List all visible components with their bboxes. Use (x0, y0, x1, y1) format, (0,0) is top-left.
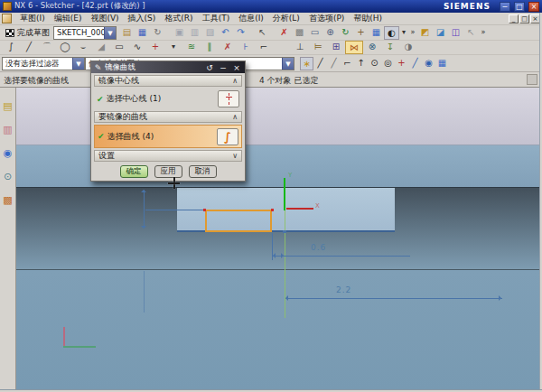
dialog-reset-icon[interactable]: ↺ (204, 62, 215, 73)
curve-select-button[interactable]: ∫ (217, 128, 238, 145)
toolbar1-overflow-chevron[interactable]: » (408, 26, 417, 40)
section-mirror-centerline[interactable]: 镜像中心线 ∧ (94, 75, 242, 87)
scope-combo-arrow-icon[interactable]: ▼ (282, 58, 294, 70)
update-model-icon[interactable]: ↻ (150, 26, 165, 40)
menu-sketch[interactable]: 草图(I) (15, 13, 50, 24)
dimension-value-large[interactable]: 2.2 (336, 285, 351, 294)
pan-icon[interactable]: + (353, 26, 369, 40)
quick-extend-icon[interactable]: ⊦ (237, 41, 255, 54)
project-curve-icon[interactable]: ↧ (381, 41, 399, 54)
auto-constrain-icon[interactable]: ⊨ (309, 41, 327, 54)
close-button[interactable]: × (528, 2, 539, 12)
menu-insert[interactable]: 插入(S) (124, 13, 161, 24)
circle-icon[interactable]: ◯ (56, 41, 74, 54)
dialog-dock-icon[interactable] (527, 74, 537, 85)
zoom-icon[interactable]: ⊕ (322, 26, 338, 40)
finish-sketch-button[interactable]: 完成草图 (2, 26, 53, 40)
chevron-down-icon[interactable]: ∨ (232, 152, 238, 160)
pattern-curve-icon[interactable]: ∥ (201, 41, 219, 54)
menu-tools[interactable]: 工具(T) (198, 13, 235, 24)
dialog-minimize-icon[interactable]: − (218, 62, 229, 73)
save-icon[interactable]: ▣ (172, 26, 187, 40)
toolbar1-overflow-chevron-2[interactable]: » (479, 26, 488, 40)
history-icon[interactable]: ⊙ (1, 171, 14, 183)
undo-icon[interactable]: ↶ (218, 26, 233, 40)
fillet-icon[interactable]: ⌣ (74, 41, 92, 54)
offset-curve-icon[interactable]: ≋ (182, 41, 201, 54)
chamfer-icon[interactable]: ◢ (92, 41, 110, 54)
select-curve-row[interactable]: ✔ 选择曲线 (4) ∫ (94, 125, 242, 148)
mdi-minimize-button[interactable]: _ (509, 14, 519, 23)
dimension-line-left-vertical[interactable] (144, 190, 145, 229)
show-constraints-icon[interactable]: ⊞ (327, 41, 345, 54)
rotate-view-icon[interactable]: ↻ (338, 26, 353, 40)
animate-dimension-icon[interactable]: ◑ (399, 41, 417, 54)
ok-button[interactable]: 确定 (120, 165, 148, 178)
orient-view-dropdown-icon[interactable]: ◐ (384, 26, 399, 40)
menu-format[interactable]: 格式(R) (160, 13, 197, 24)
point-icon[interactable]: + (146, 41, 164, 54)
paste-icon[interactable]: ▨ (202, 26, 218, 40)
selected-rectangle-curve[interactable] (205, 210, 272, 232)
sketch-name-icon[interactable]: ▤ (119, 26, 135, 40)
selection-filter-combo[interactable]: 没有选择过滤器 ▼ (2, 57, 85, 70)
refresh-icon[interactable]: ✗ (276, 26, 292, 40)
line-icon[interactable]: ╱ (20, 41, 38, 54)
apply-button[interactable]: 应用 (154, 165, 182, 178)
intersection-icon[interactable]: ↑ (354, 57, 368, 70)
studio-spline-icon[interactable]: ∿ (128, 41, 146, 54)
shaded-view-icon[interactable]: ▦ (369, 26, 384, 40)
quadrant-point-icon[interactable]: ◎ (381, 57, 395, 70)
copy-icon[interactable]: ▥ (187, 26, 202, 40)
sketch-name-combo[interactable]: SKETCH_000 ▼ (53, 26, 117, 40)
snap-view-side-icon[interactable]: ◫ (448, 26, 463, 40)
dialog-title-bar[interactable]: ✎ 镜像曲线 ↺ − × (91, 61, 245, 73)
dimension-line-small[interactable] (273, 256, 410, 257)
minimize-button[interactable]: ─ (500, 2, 510, 12)
make-corner-icon[interactable]: ⌐ (255, 41, 273, 54)
sketch-x-axis[interactable] (286, 208, 313, 210)
menu-information[interactable]: 信息(I) (234, 13, 268, 24)
menu-help[interactable]: 帮助(H) (349, 13, 387, 24)
arc-icon[interactable]: ⌒ (38, 41, 56, 54)
section-curves-to-mirror[interactable]: 要镜像的曲线 ∧ (94, 111, 242, 123)
profile-icon[interactable]: ∫ (2, 41, 20, 54)
rectangle-icon[interactable]: ▭ (110, 41, 128, 54)
centerline-select-button[interactable] (218, 90, 239, 107)
menu-analysis[interactable]: 分析(L) (268, 13, 304, 24)
mirror-curve-icon[interactable]: ⋈ (345, 41, 363, 54)
selection-arrow-icon[interactable]: ↖ (255, 26, 270, 40)
orient-view-drop-arrow[interactable]: ▾ (399, 26, 408, 40)
redo-icon[interactable]: ↷ (233, 26, 248, 40)
maximize-button[interactable]: □ (514, 2, 525, 12)
snap-view-front-icon[interactable]: ◪ (433, 26, 448, 40)
point-on-face-icon[interactable]: ◉ (422, 57, 435, 70)
constraint-navigator-icon[interactable]: ▥ (1, 124, 14, 136)
arc-center-icon[interactable]: ⊙ (368, 57, 381, 70)
intersection-point-icon[interactable]: ⊗ (363, 41, 381, 54)
orient-view-to-sketch-icon[interactable]: ▦ (135, 26, 150, 40)
constraints-icon[interactable]: ⊥ (291, 41, 309, 54)
menu-view[interactable]: 视图(V) (86, 13, 123, 24)
deselect-all-icon[interactable]: ↖ (463, 26, 479, 40)
fill-view-icon[interactable]: ▩ (292, 26, 307, 40)
snap-shaded-cube-icon[interactable]: ▦ (435, 57, 449, 70)
assembly-navigator-icon[interactable]: ▤ (1, 100, 14, 113)
sketch-y-axis[interactable] (284, 178, 285, 210)
snap-view-top-icon[interactable]: ◩ (417, 26, 433, 40)
chevron-up-icon[interactable]: ∧ (232, 77, 238, 85)
combo-arrow-icon[interactable]: ▼ (104, 27, 116, 39)
mdi-restore-button[interactable]: □ (519, 14, 529, 23)
select-centerline-row[interactable]: ✔ 选择中心线 (1) (94, 89, 242, 109)
curve-tools-drop-arrow[interactable]: ▾ (164, 41, 182, 54)
dimension-value-small[interactable]: 0.6 (311, 243, 326, 252)
cancel-button[interactable]: 取消 (189, 165, 217, 178)
section-settings[interactable]: 设置 ∨ (94, 150, 242, 162)
enable-snap-point-icon[interactable]: ∗ (300, 57, 313, 70)
dimension-line-large[interactable] (285, 298, 502, 299)
filter-combo-arrow-icon[interactable]: ▼ (72, 58, 84, 70)
chevron-up-icon[interactable]: ∧ (232, 113, 238, 121)
menu-preferences[interactable]: 首选项(P) (304, 13, 349, 24)
fit-view-icon[interactable]: ▭ (307, 26, 322, 40)
control-point-icon[interactable]: ⌐ (341, 57, 354, 70)
